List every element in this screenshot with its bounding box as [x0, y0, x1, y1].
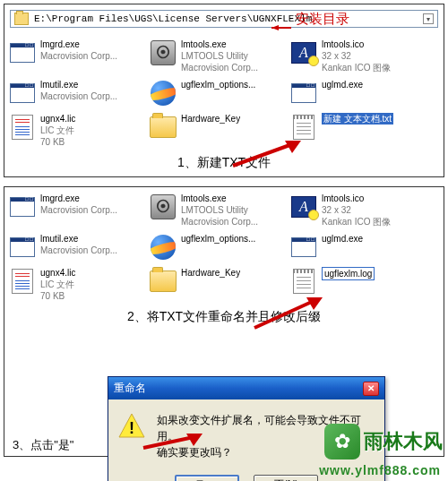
file-item[interactable]: Hardware_Key	[147, 111, 286, 150]
exe-icon	[8, 79, 37, 107]
txt-icon	[289, 267, 318, 296]
dialog-title: 重命名	[114, 381, 146, 396]
file-item[interactable]: uglmd.exe	[288, 231, 426, 263]
file-name: lmtools.exe	[181, 193, 258, 204]
ltool-icon: ⦿	[149, 39, 177, 67]
lic-icon	[8, 113, 37, 142]
file-item[interactable]: Almtools.ico32 x 32Kankan ICO 图像	[288, 37, 426, 75]
file-name: ugflexlm_options...	[181, 233, 255, 245]
no-button[interactable]: 否(N)	[254, 475, 318, 481]
file-name: lmtools.ico	[322, 39, 391, 50]
file-meta: 70 KB	[40, 290, 75, 302]
file-name: uglmd.exe	[322, 233, 363, 245]
ltool-icon: ⦿	[149, 193, 177, 221]
txt-icon	[289, 113, 318, 142]
ico-a-icon: A	[289, 193, 318, 221]
file-meta: 70 KB	[40, 136, 75, 148]
panel-1: E:\Program Files\UGS\License Servers\UGN…	[4, 4, 444, 177]
folder-icon	[14, 13, 29, 25]
dialog-titlebar[interactable]: 重命名 ✕	[108, 377, 384, 399]
folder-icon	[149, 267, 177, 296]
globe-icon	[149, 79, 177, 107]
yes-button[interactable]: 是(Y)	[175, 475, 239, 481]
file-name: lmgrd.exe	[40, 193, 117, 204]
address-bar[interactable]: E:\Program Files\UGS\License Servers\UGN…	[10, 10, 438, 28]
file-meta: Macrovision Corp...	[181, 62, 258, 73]
file-item[interactable]: Almtools.ico32 x 32Kankan ICO 图像	[288, 191, 426, 229]
brand-text: 雨林木风	[364, 428, 443, 455]
file-item[interactable]: ugflexlm_options...	[147, 77, 286, 109]
file-item[interactable]: ugnx4.licLIC 文件70 KB	[6, 265, 145, 304]
file-name: ugnx4.lic	[40, 113, 75, 125]
file-name: lmgrd.exe	[40, 39, 117, 50]
exe-icon	[289, 79, 318, 107]
file-name: uglmd.exe	[322, 79, 363, 90]
file-meta: 32 x 32	[322, 204, 391, 216]
file-grid-1: lmgrd.exeMacrovision Corp...⦿lmtools.exe…	[4, 33, 444, 153]
file-name: lmutil.exe	[40, 79, 117, 90]
file-grid-2: lmgrd.exeMacrovision Corp...⦿lmtools.exe…	[4, 187, 444, 307]
exe-icon	[8, 233, 37, 262]
globe-icon	[149, 233, 177, 262]
file-item[interactable]: lmgrd.exeMacrovision Corp...	[6, 37, 145, 75]
file-item[interactable]: ugflexlm_options...	[147, 231, 286, 263]
file-name: ugflexlm_options...	[181, 79, 255, 90]
file-meta: Macrovision Corp...	[40, 245, 117, 256]
file-item[interactable]: lmgrd.exeMacrovision Corp...	[6, 191, 145, 229]
file-item[interactable]: ⦿lmtools.exeLMTOOLS UtilityMacrovision C…	[147, 37, 286, 75]
caption-step-1: 1、新建TXT文件	[4, 153, 444, 176]
file-meta: Kankan ICO 图像	[322, 62, 391, 73]
file-name: lmtools.ico	[322, 193, 391, 204]
file-meta: LIC 文件	[40, 279, 75, 290]
annotation-install-dir: 安装目录	[296, 11, 349, 28]
file-item[interactable]: uglmd.exe	[288, 77, 426, 109]
exe-icon	[8, 193, 37, 221]
file-name: ugnx4.lic	[40, 267, 75, 279]
file-meta: Macrovision Corp...	[181, 216, 258, 228]
file-item[interactable]: lmutil.exeMacrovision Corp...	[6, 231, 145, 263]
file-item[interactable]: lmutil.exeMacrovision Corp...	[6, 77, 145, 109]
dropdown-icon[interactable]: ▾	[423, 13, 434, 24]
address-path: E:\Program Files\UGS\License Servers\UGN…	[34, 13, 423, 24]
svg-text:!: !	[129, 419, 134, 437]
file-item[interactable]: ugnx4.licLIC 文件70 KB	[6, 111, 145, 150]
file-name: lmutil.exe	[40, 233, 117, 245]
warning-icon: !	[117, 412, 146, 441]
close-button[interactable]: ✕	[363, 382, 379, 396]
file-meta: LIC 文件	[40, 125, 75, 136]
file-item[interactable]: ⦿lmtools.exeLMTOOLS UtilityMacrovision C…	[147, 191, 286, 229]
caption-step-2: 2、将TXT文件重命名并且修改后缀	[4, 307, 444, 331]
file-meta: Macrovision Corp...	[40, 204, 117, 216]
watermark-logo: ✿ 雨林木风	[324, 424, 443, 460]
lic-icon	[8, 267, 37, 296]
file-name: ugflexlm.log	[322, 267, 375, 280]
caption-step-3: 3、点击"是"	[13, 437, 73, 453]
file-meta: LMTOOLS Utility	[181, 204, 258, 216]
file-item[interactable]: Hardware_Key	[147, 265, 286, 304]
file-item[interactable]: 新建 文本文档.txt	[288, 111, 426, 150]
file-name: Hardware_Key	[181, 267, 240, 279]
file-name: 新建 文本文档.txt	[322, 113, 393, 125]
file-meta: Macrovision Corp...	[40, 50, 117, 62]
file-meta: Kankan ICO 图像	[322, 216, 391, 228]
brand-url: www.ylmf888.com	[319, 463, 441, 477]
file-meta: LMTOOLS Utility	[181, 50, 258, 62]
file-item[interactable]: ugflexlm.log	[288, 265, 426, 304]
exe-icon	[8, 39, 37, 67]
file-name: Hardware_Key	[181, 113, 240, 125]
ico-a-icon: A	[289, 39, 318, 67]
file-name: lmtools.exe	[181, 39, 258, 50]
exe-icon	[289, 233, 318, 262]
leaf-icon: ✿	[324, 424, 360, 460]
folder-icon	[149, 113, 177, 142]
file-meta: 32 x 32	[322, 50, 391, 62]
file-meta: Macrovision Corp...	[40, 90, 117, 102]
